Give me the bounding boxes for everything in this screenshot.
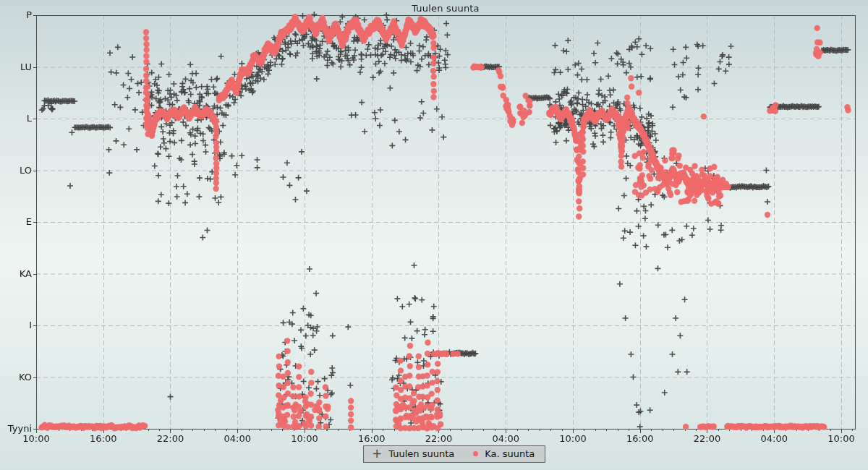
plus-marker-icon: + <box>372 450 382 457</box>
legend-item-avg: Ka. suunta <box>473 448 535 459</box>
legend-label-avg: Ka. suunta <box>485 448 535 459</box>
x-tick-label: 22:00 <box>684 433 729 445</box>
x-tick-label: 10:00 <box>819 433 864 445</box>
legend-label-wind: Tuulen suunta <box>388 448 454 459</box>
y-tick-label: KA <box>0 268 32 280</box>
y-tick-label: I <box>0 320 32 331</box>
x-tick-label: 10:00 <box>550 433 595 445</box>
x-tick-label: 22:00 <box>148 433 192 445</box>
chart-title: Tuulen suunta <box>36 3 855 14</box>
x-tick-label: 10:00 <box>14 433 59 445</box>
y-tick-label: L <box>0 113 32 124</box>
x-tick-label: 04:00 <box>483 433 528 445</box>
y-tick-label: LU <box>0 61 32 73</box>
x-tick-label: 16:00 <box>81 433 126 445</box>
x-tick-label: 16:00 <box>618 433 663 445</box>
dot-marker-icon <box>473 451 478 456</box>
x-tick-label: 04:00 <box>215 433 260 445</box>
legend: + Tuulen suunta Ka. suunta <box>363 445 545 463</box>
y-tick-label: KO <box>0 372 32 383</box>
wind-direction-chart: Tuulen suunta PLULLOEKAIKOTyyni10:0016:0… <box>0 0 868 470</box>
chart-canvas <box>0 0 868 470</box>
legend-item-wind: + Tuulen suunta <box>372 448 454 459</box>
x-tick-label: 04:00 <box>752 433 796 445</box>
y-tick-label: LO <box>0 165 32 176</box>
y-tick-label: P <box>0 9 32 21</box>
x-tick-label: 10:00 <box>282 433 327 445</box>
y-tick-label: E <box>0 216 32 228</box>
x-tick-label: 22:00 <box>416 433 461 445</box>
x-tick-label: 16:00 <box>349 433 394 445</box>
